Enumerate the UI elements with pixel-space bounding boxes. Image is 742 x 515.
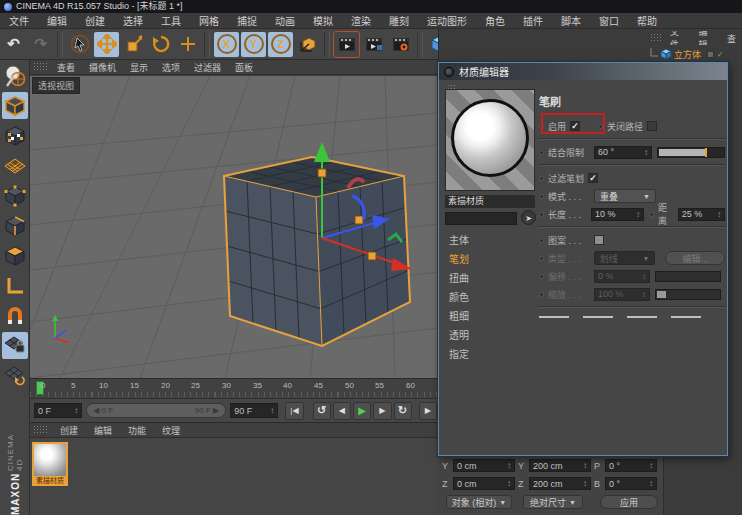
lock-y-axis-button[interactable]: Y [241,32,266,57]
menu-file[interactable]: 文件 [0,13,38,28]
object-tree-row-cube[interactable]: 立方体 ✓ [648,47,742,61]
filter-stroke-checkbox[interactable]: ✓ [588,173,598,183]
offset-field[interactable]: 0 % ↕ [594,270,650,283]
material-preview[interactable] [445,89,535,191]
redo-button[interactable]: ↷ [28,32,53,57]
spinner-icon[interactable]: ↕ [642,272,646,281]
spinner-icon[interactable]: ↕ [636,210,640,219]
vp-menu-display[interactable]: 显示 [123,61,155,74]
pattern-checkbox[interactable] [594,235,604,245]
scale-slider[interactable] [655,289,721,300]
menu-edit[interactable]: 编辑 [38,13,76,28]
object-name[interactable]: 立方体 [672,48,701,61]
page-color[interactable]: 颜色 [445,288,535,307]
anim-dot-icon[interactable] [649,212,654,217]
spinner-icon[interactable]: ↕ [270,406,274,415]
menu-render[interactable]: 渲染 [342,13,380,28]
coordinate-system-button[interactable] [295,32,320,57]
anim-dot-icon[interactable] [539,212,544,217]
close-path-checkbox[interactable] [647,121,657,131]
coord-field-y-pos[interactable]: 0 cm↕ [453,459,515,472]
menu-create[interactable]: 创建 [76,13,114,28]
dialog-titlebar[interactable]: 材质编辑器 [439,63,727,80]
move-tool-button[interactable] [94,32,119,57]
panel-grip[interactable] [650,33,662,43]
mat-menu-texture[interactable]: 纹理 [154,424,188,437]
vp-menu-camera[interactable]: 摄像机 [82,61,123,74]
menu-script[interactable]: 脚本 [552,13,590,28]
coord-mode-dropdown[interactable]: 对象 (相对)▼ [446,495,512,509]
spinner-icon[interactable]: ↕ [74,406,78,415]
undo-button[interactable]: ↶ [1,32,26,57]
lock-workplane-button[interactable] [2,332,28,359]
lock-x-axis-button[interactable]: X [214,32,239,57]
anim-dot-icon[interactable] [539,194,544,199]
page-main[interactable]: 主体 [445,231,535,250]
join-limit-slider[interactable] [657,147,725,158]
goto-start-button[interactable]: |◀ [285,402,303,420]
render-settings-button[interactable] [388,32,413,57]
vp-menu-options[interactable]: 选项 [155,61,187,74]
anim-dot-icon[interactable] [539,238,544,243]
distance-field[interactable]: 25 % ↕ [678,208,725,221]
mat-menu-edit[interactable]: 编辑 [86,424,120,437]
previous-frame-button[interactable]: ◀ [333,402,351,420]
material-thumbnail[interactable]: 素描材质 [32,442,68,486]
vp-menu-view[interactable]: 查看 [50,61,82,74]
mat-menu-function[interactable]: 功能 [120,424,154,437]
coord-field-y-size[interactable]: 200 cm↕ [529,459,591,472]
render-view-button[interactable] [334,32,359,57]
mode-dropdown[interactable]: 重叠 ▼ [594,189,656,203]
coord-field-p[interactable]: 0 °↕ [605,459,657,472]
spinner-icon[interactable]: ↕ [583,461,587,470]
mat-menu-create[interactable]: 创建 [52,424,86,437]
menu-snap[interactable]: 捕捉 [228,13,266,28]
material-name-input[interactable] [445,212,517,225]
menu-sculpt[interactable]: 雕刻 [380,13,418,28]
coord-field-z-size[interactable]: 200 cm↕ [529,477,591,490]
page-distort[interactable]: 扭曲 [445,269,535,288]
live-selection-button[interactable] [67,32,92,57]
make-editable-button[interactable] [2,62,28,89]
page-thickness[interactable]: 粗细 [445,307,535,326]
menu-mesh[interactable]: 网格 [190,13,228,28]
spinner-icon[interactable]: ↕ [644,148,648,157]
next-frame-button[interactable]: ▶ [373,402,391,420]
menu-character[interactable]: 角色 [476,13,514,28]
menu-mograph[interactable]: 运动图形 [418,13,476,28]
anim-dot-icon[interactable] [539,274,544,279]
end-frame-field[interactable]: 90 F ↕ [230,403,278,418]
offset-slider[interactable] [655,271,721,282]
panel-grip[interactable] [33,425,49,435]
slider-marker[interactable] [705,148,707,157]
rotate-tool-button[interactable] [148,32,173,57]
anim-dot-icon[interactable] [539,176,544,181]
menu-plugins[interactable]: 插件 [514,13,552,28]
menu-window[interactable]: 窗口 [590,13,628,28]
menu-animate[interactable]: 动画 [266,13,304,28]
timeline-ruler[interactable]: 0 5 10 15 20 25 30 35 40 45 50 55 60 [30,378,438,398]
edges-mode-button[interactable] [2,212,28,239]
anim-dot-icon[interactable] [539,124,544,129]
anim-dot-icon[interactable] [539,150,544,155]
texture-mode-button[interactable] [2,122,28,149]
visibility-dot-icon[interactable] [707,51,714,58]
anim-dot-icon[interactable] [598,124,603,129]
spinner-icon[interactable]: ↕ [717,210,721,219]
page-strokes[interactable]: 笔划 [445,250,535,269]
size-mode-dropdown[interactable]: 绝对尺寸▼ [523,495,583,509]
spinner-icon[interactable]: ↕ [583,479,587,488]
points-mode-button[interactable] [2,182,28,209]
render-picture-viewer-button[interactable] [361,32,386,57]
material-pick-button[interactable]: ➤ [521,210,536,225]
enable-snap-button[interactable] [2,302,28,329]
om-menu-view[interactable]: 查 [721,32,742,45]
spinner-icon[interactable]: ↕ [649,461,653,470]
last-tool-button[interactable] [175,32,200,57]
lock-z-axis-button[interactable]: Z [268,32,293,57]
planar-workplane-button[interactable] [2,362,28,389]
page-assign[interactable]: 指定 [445,345,535,364]
slider-handle[interactable] [657,291,666,298]
enable-checkbox[interactable]: ✓ [570,121,580,131]
menu-simulate[interactable]: 模拟 [304,13,342,28]
